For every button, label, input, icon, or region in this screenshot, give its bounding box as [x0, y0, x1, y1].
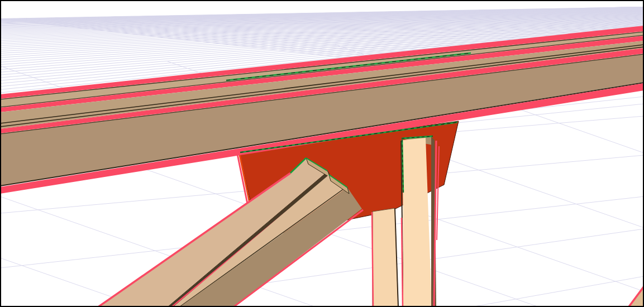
cad-viewport-window	[0, 0, 644, 307]
rear-post-face[interactable]	[373, 208, 398, 307]
viewport-3d[interactable]	[0, 0, 644, 307]
